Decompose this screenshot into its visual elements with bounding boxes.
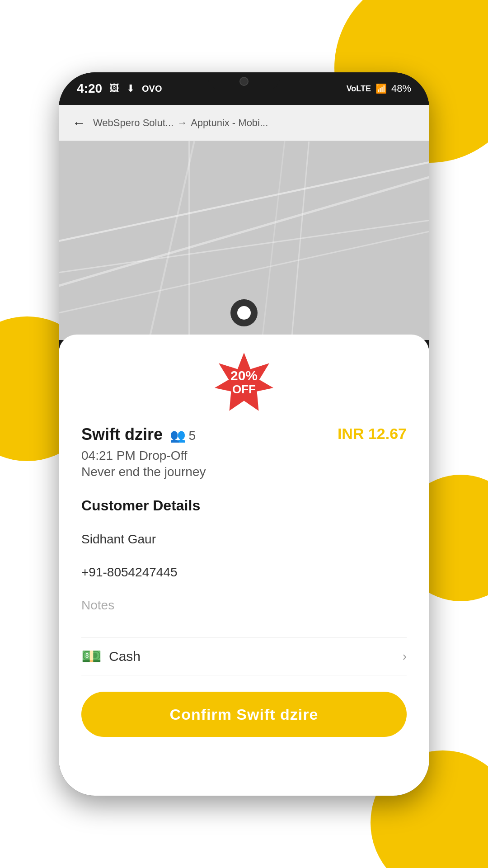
svg-line-2 — [149, 141, 194, 340]
customer-phone-input[interactable] — [81, 558, 407, 587]
customer-details-title: Customer Details — [81, 497, 407, 514]
payment-row[interactable]: 💵 Cash › — [81, 637, 407, 675]
status-download-icon: ⬇ — [127, 83, 135, 94]
status-bar-right: VoLTE 📶 48% — [347, 83, 411, 94]
ride-name-capacity: Swift dzire 👥 5 — [81, 425, 196, 444]
browser-tab2[interactable]: Apptunix - Mobi... — [191, 117, 268, 129]
ride-tagline: Never end the journey — [81, 465, 407, 479]
browser-bar: ← WebSpero Solut... → Apptunix - Mobi... — [59, 105, 429, 141]
ride-name: Swift dzire — [81, 425, 163, 443]
ride-capacity: 👥 5 — [170, 428, 196, 443]
notch — [208, 72, 280, 90]
map-location-pin — [230, 299, 258, 326]
discount-percent: 20% — [230, 368, 258, 383]
bottom-sheet: 20% OFF Swift dzire 👥 5 INR 12.67 04:21 … — [59, 335, 429, 796]
discount-off: OFF — [230, 383, 258, 396]
discount-text: 20% OFF — [230, 368, 258, 396]
status-time: 4:20 — [77, 81, 102, 96]
payment-label: Cash — [109, 649, 141, 664]
svg-line-3 — [262, 141, 285, 340]
svg-line-0 — [59, 177, 429, 286]
discount-badge-container: 20% OFF — [81, 353, 407, 411]
status-ovo: OVO — [142, 84, 162, 94]
ride-info-row: Swift dzire 👥 5 INR 12.67 — [81, 425, 407, 444]
capacity-icon: 👥 — [170, 428, 186, 443]
tab-arrow-icon: → — [177, 117, 187, 129]
discount-badge: 20% OFF — [215, 353, 273, 411]
phone-frame: 4:20 🖼 ⬇ OVO VoLTE 📶 48% ← WebSpero Solu… — [59, 72, 429, 796]
browser-tab1[interactable]: WebSpero Solut... — [93, 117, 174, 129]
front-camera — [239, 77, 249, 86]
payment-chevron-icon: › — [403, 649, 407, 664]
ride-price: INR 12.67 — [338, 425, 407, 443]
notes-input[interactable] — [81, 591, 407, 620]
signal-4g-icon: 📶 — [375, 83, 387, 94]
battery-percent: 48% — [391, 83, 411, 94]
map-view[interactable] — [59, 141, 429, 340]
capacity-count: 5 — [188, 429, 196, 443]
status-bar-left: 4:20 🖼 ⬇ OVO — [77, 81, 162, 96]
confirm-button[interactable]: Confirm Swift dzire — [81, 692, 407, 737]
volte-icon: VoLTE — [347, 84, 371, 94]
browser-tabs: WebSpero Solut... → Apptunix - Mobi... — [93, 117, 416, 129]
ride-dropoff-time: 04:21 PM Drop-Off — [81, 448, 407, 463]
payment-left: 💵 Cash — [81, 647, 141, 666]
pin-inner — [237, 306, 251, 320]
status-gallery-icon: 🖼 — [109, 83, 119, 94]
status-bar: 4:20 🖼 ⬇ OVO VoLTE 📶 48% — [59, 72, 429, 105]
customer-name-input[interactable] — [81, 525, 407, 554]
cash-icon: 💵 — [81, 647, 102, 666]
browser-back-button[interactable]: ← — [72, 115, 86, 131]
